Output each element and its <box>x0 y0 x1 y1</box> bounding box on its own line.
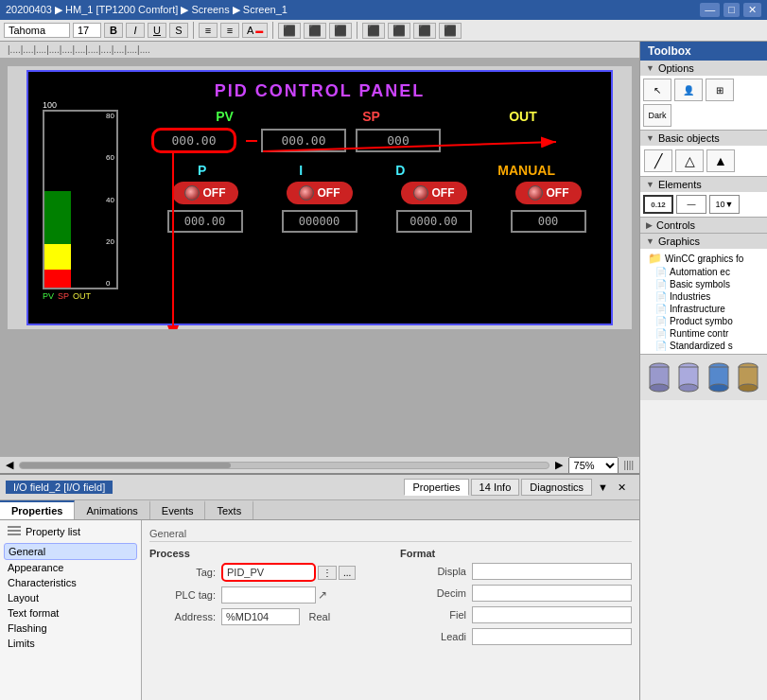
tag-edit-button[interactable]: ... <box>339 566 356 580</box>
tag-input[interactable] <box>221 563 316 582</box>
align-bot-btn[interactable]: ⬛ <box>329 23 352 39</box>
scroll-right-btn[interactable]: ▶ <box>555 459 563 471</box>
graphics-folder-wincc[interactable]: 📁 WinCC graphics fo <box>644 251 763 266</box>
extra-btn-3[interactable]: ⬛ <box>413 23 436 39</box>
strikethrough-button[interactable]: S <box>169 23 188 38</box>
option-grid-btn[interactable]: ⊞ <box>706 79 734 101</box>
maximize-button[interactable]: □ <box>723 3 740 17</box>
decimal-row: Decim <box>400 585 632 602</box>
pid-p-off-button[interactable]: OFF <box>172 182 238 204</box>
props-item-appearance[interactable]: Appearance <box>4 560 137 575</box>
slider-icon[interactable]: — <box>676 195 706 214</box>
elements-header[interactable]: ▼ Elements <box>640 177 767 192</box>
basicobjects-header[interactable]: ▼ Basic objects <box>640 131 767 146</box>
io-field-icon[interactable]: 0.12 <box>643 195 673 214</box>
bold-button[interactable]: B <box>104 23 123 38</box>
tab-texts[interactable]: Texts <box>205 500 253 519</box>
field-input[interactable] <box>472 606 632 623</box>
info-tab-diagnostics[interactable]: Diagnostics <box>521 479 592 496</box>
panel-close-btn[interactable]: ✕ <box>614 481 630 494</box>
display-input[interactable] <box>472 563 632 580</box>
graphics-sub-standardized[interactable]: 📄 Standardized s <box>644 340 763 352</box>
cylinder-4[interactable] <box>738 360 758 394</box>
bottom-tabs: Properties Animations Events Texts <box>0 500 639 520</box>
tab-events[interactable]: Events <box>150 500 206 519</box>
extra-btn-1[interactable]: ⬛ <box>362 23 385 39</box>
zoom-select[interactable]: 75% 50% 100% <box>568 457 619 474</box>
pid-d-off-button[interactable]: OFF <box>401 182 467 204</box>
tab-properties[interactable]: Properties <box>0 500 75 519</box>
pid-d-value[interactable]: 0000.00 <box>396 210 472 233</box>
graphics-header[interactable]: ▼ Graphics <box>640 234 767 249</box>
screen-canvas[interactable]: PID CONTROL PANEL 100 <box>0 59 639 456</box>
window-controls[interactable]: — □ ✕ <box>700 3 761 17</box>
option-cursor-btn[interactable]: ↖ <box>643 79 671 101</box>
pid-manual-value[interactable]: 000 <box>511 210 586 233</box>
graphics-sub-runtime[interactable]: 📄 Runtime contr <box>644 327 763 340</box>
address-input[interactable] <box>221 608 300 625</box>
align-mid-btn[interactable]: ⬛ <box>304 23 326 39</box>
align-left-btn[interactable]: ≡ <box>199 23 218 38</box>
graphics-sub-product[interactable]: 📄 Product symbo <box>644 315 763 327</box>
align-center-btn[interactable]: ≡ <box>220 23 239 38</box>
cylinder-3[interactable] <box>708 360 729 394</box>
automation-icon: 📄 <box>655 267 667 277</box>
pid-out-input[interactable]: 000 <box>356 129 441 152</box>
close-button[interactable]: ✕ <box>743 3 761 17</box>
props-item-limits[interactable]: Limits <box>4 636 137 651</box>
underline-button[interactable]: U <box>148 23 166 38</box>
option-person-btn[interactable]: 👤 <box>674 79 703 101</box>
align-top-btn[interactable]: ⬛ <box>278 23 301 39</box>
graphics-sub-automation[interactable]: 📄 Automation ec <box>644 266 763 278</box>
triangle-outline-icon[interactable]: △ <box>675 149 704 172</box>
ruler-label: |....|....|....|....|....|....|....|....… <box>8 44 150 55</box>
triangle-filled-icon[interactable]: ▲ <box>706 149 735 172</box>
plctag-input[interactable] <box>221 586 316 604</box>
tag-browse-button[interactable]: ⋮ <box>318 566 337 580</box>
leading-input[interactable] <box>472 628 632 645</box>
props-item-propertylist[interactable]: Property list <box>4 524 137 539</box>
extra-btn-2[interactable]: ⬛ <box>388 23 410 39</box>
font-selector[interactable] <box>4 23 70 38</box>
minimize-button[interactable]: — <box>700 3 720 17</box>
pid-manual-off-button[interactable]: OFF <box>515 182 582 204</box>
props-item-layout[interactable]: Layout <box>4 590 137 605</box>
info-tab-properties[interactable]: Properties <box>404 479 468 496</box>
font-size-input[interactable] <box>73 23 101 38</box>
props-main: General Process Tag: ⋮ ... <box>142 520 639 700</box>
props-item-flashing[interactable]: Flashing <box>4 621 137 636</box>
pid-sp-input[interactable]: 000.00 <box>261 129 346 152</box>
panel-minimize-btn[interactable]: ▼ <box>594 481 612 493</box>
canvas-scrollbar[interactable]: ◀ ▶ 75% 50% 100% |||| <box>0 456 639 473</box>
decimal-input[interactable] <box>472 585 632 602</box>
options-header[interactable]: ▼ Options <box>640 61 767 76</box>
dropdown-icon[interactable]: 10▼ <box>709 195 740 214</box>
controls-header[interactable]: ▶ Controls <box>640 218 767 233</box>
italic-button[interactable]: I <box>126 23 145 38</box>
pid-i-value[interactable]: 000000 <box>282 210 357 233</box>
cylinder-1[interactable] <box>649 360 670 394</box>
scroll-left-btn[interactable]: ◀ <box>6 459 13 471</box>
info-tab-info[interactable]: 14 Info <box>471 479 520 496</box>
tab-animations[interactable]: Animations <box>75 500 149 519</box>
props-label-characteristics: Characteristics <box>8 577 77 588</box>
process-group: Process Tag: ⋮ ... PLC tag: <box>149 548 381 650</box>
graphics-sub-industries[interactable]: 📄 Industries <box>644 290 763 303</box>
tag-label: Tag: <box>149 567 216 578</box>
font-color-btn[interactable]: A▬ <box>242 23 268 38</box>
pid-pv-input[interactable]: 000.00 <box>151 128 236 153</box>
cylinder-2[interactable] <box>678 360 699 394</box>
props-item-general[interactable]: General <box>4 543 137 560</box>
graphics-sub-infrastructure[interactable]: 📄 Infrastructure <box>644 303 763 315</box>
pid-p-value[interactable]: 000.00 <box>167 210 243 233</box>
toolbox-section-basicobjects: ▼ Basic objects ╱ △ ▲ <box>640 131 767 177</box>
option-dark-btn[interactable]: Dark <box>643 104 671 127</box>
line-icon[interactable]: ╱ <box>644 149 672 172</box>
plctag-label: PLC tag: <box>149 589 216 601</box>
plctag-row: PLC tag: ↗ <box>149 586 381 604</box>
props-item-textformat[interactable]: Text format <box>4 605 137 621</box>
pid-i-off-button[interactable]: OFF <box>287 182 353 204</box>
graphics-sub-basic[interactable]: 📄 Basic symbols <box>644 278 763 290</box>
props-item-characteristics[interactable]: Characteristics <box>4 575 137 590</box>
extra-btn-4[interactable]: ⬛ <box>439 23 462 39</box>
